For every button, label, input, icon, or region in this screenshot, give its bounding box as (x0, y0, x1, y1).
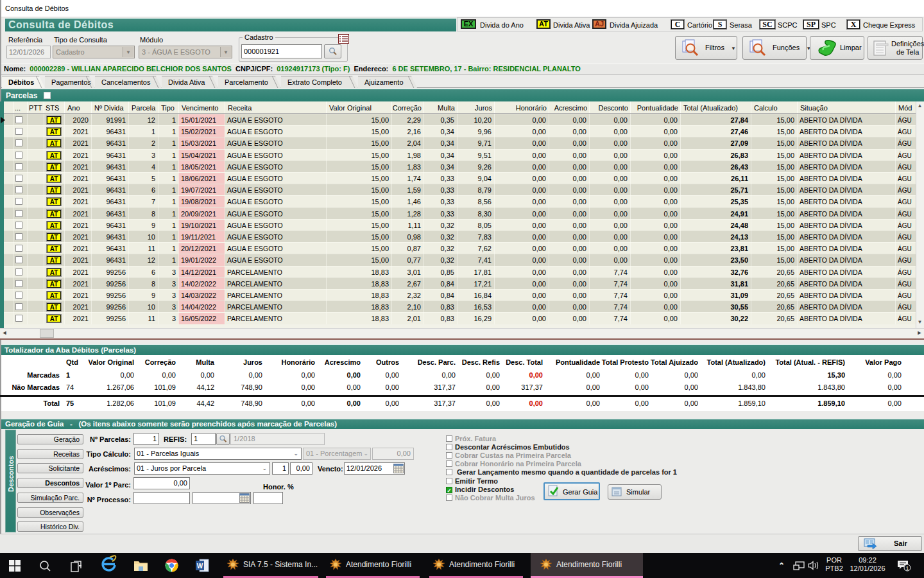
svg-text:1: 1 (905, 565, 909, 572)
svg-text:W: W (197, 563, 203, 570)
